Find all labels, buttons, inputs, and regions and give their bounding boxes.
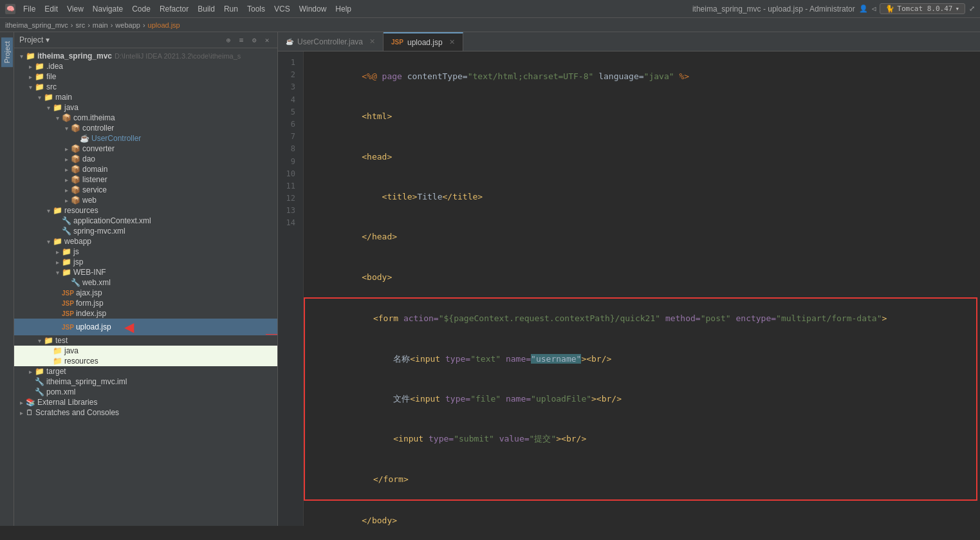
tree-jsp-folder[interactable]: 📁 jsp <box>14 257 277 267</box>
tree-scratches[interactable]: 🗒 Scratches and Consoles <box>14 407 277 418</box>
tree-service[interactable]: 📦 service <box>14 185 277 195</box>
tree-test[interactable]: 📁 test <box>14 335 277 346</box>
line-10: <input type="submit" value="提交"><br/> <box>305 420 976 460</box>
menu-bar-left: 🧠 File Edit View Navigate Code Refactor … <box>5 3 691 15</box>
tree-com-itheima[interactable]: 📦 com.itheima <box>14 113 277 123</box>
tree-java[interactable]: 📁 java <box>14 102 277 113</box>
code-editor[interactable]: 1 2 3 4 5 6 7 8 9 10 11 12 13 14 <%@ pag… <box>278 51 980 526</box>
settings-icon[interactable]: ⚙ <box>249 35 259 45</box>
tomcat-badge[interactable]: 🐈 Tomcat 8.0.47 ▾ <box>880 3 965 14</box>
menu-build[interactable]: Build <box>194 3 219 15</box>
project-tab[interactable]: Project <box>1 37 13 67</box>
root-arrow <box>17 53 26 60</box>
line-5: </head> <box>304 218 980 257</box>
dropdown-arrow[interactable]: ▾ <box>46 35 50 44</box>
tree-js[interactable]: 📁 js <box>14 247 277 257</box>
iml-label: itheima_spring_mvc.iml <box>46 377 127 386</box>
tree-ext-libs[interactable]: 📚 External Libraries <box>14 397 277 407</box>
tree-ajax[interactable]: JSP ajax.jsp <box>14 288 277 298</box>
tree-web[interactable]: 📦 web <box>14 195 277 205</box>
tree-root[interactable]: 📁 itheima_spring_mvc D:\IntelliJ IDEA 20… <box>14 51 277 61</box>
tree-resources[interactable]: 📁 resources <box>14 205 277 216</box>
testres-icon: 📁 <box>53 357 62 366</box>
tree-dao[interactable]: 📦 dao <box>14 154 277 164</box>
tree-converter[interactable]: 📦 converter <box>14 144 277 154</box>
breadcrumb-webapp[interactable]: webapp <box>115 21 140 29</box>
menu-tools[interactable]: Tools <box>243 3 269 15</box>
menu-code[interactable]: Code <box>128 3 154 15</box>
tree-usercontroller[interactable]: ☕ UserController <box>14 133 277 144</box>
tree-target[interactable]: 📁 target <box>14 366 277 377</box>
usercontroller-close-btn[interactable]: ✕ <box>369 37 375 46</box>
sidebar-title: Project ▾ <box>19 35 50 44</box>
breadcrumb-sep3: › <box>111 21 113 29</box>
iml-icon: 🔧 <box>35 377 44 386</box>
tree-main[interactable]: 📁 main <box>14 92 277 102</box>
menu-vcs[interactable]: VCS <box>270 3 294 15</box>
app-icon: 🧠 <box>5 4 15 14</box>
tree-indexjsp[interactable]: JSP index.jsp <box>14 308 277 319</box>
tree-webapp[interactable]: 📁 webapp <box>14 236 277 247</box>
tree-controller[interactable]: 📦 controller <box>14 123 277 133</box>
test-icon: 📁 <box>44 336 53 345</box>
breadcrumb-main[interactable]: main <box>93 21 108 29</box>
tree-file[interactable]: 📁 file <box>14 71 277 82</box>
tree-test-resources[interactable]: 📁 resources <box>14 356 277 366</box>
breadcrumb-file[interactable]: upload.jsp <box>148 21 180 29</box>
breadcrumb-project[interactable]: itheima_spring_mvc <box>5 21 68 29</box>
webinf-arrow <box>53 269 62 276</box>
tree-springmvc[interactable]: 🔧 spring-mvc.xml <box>14 226 277 236</box>
menu-file[interactable]: File <box>19 3 39 15</box>
collapse-icon[interactable]: ≡ <box>236 35 246 45</box>
tree-domain[interactable]: 📦 domain <box>14 164 277 174</box>
uc-icon: ☕ <box>80 134 89 143</box>
tree-pom[interactable]: 🔧 pom.xml <box>14 387 277 397</box>
listener-arrow <box>62 176 71 183</box>
ln-4: 4 <box>281 94 300 106</box>
menu-window[interactable]: Window <box>295 3 331 15</box>
js-label: js <box>73 247 79 256</box>
tab-usercontroller[interactable]: ☕ UserController.java ✕ <box>278 32 384 51</box>
breadcrumb: itheima_spring_mvc › src › main › webapp… <box>5 21 180 29</box>
ln-5: 5 <box>281 106 300 118</box>
controller-icon: 📦 <box>71 124 80 133</box>
jsp-folder-icon: 📁 <box>62 257 71 266</box>
controller-label: controller <box>82 124 114 133</box>
menu-refactor[interactable]: Refactor <box>156 3 192 15</box>
expand-icon[interactable]: ⤢ <box>969 5 975 13</box>
menu-edit[interactable]: Edit <box>41 3 62 15</box>
java-arrow <box>44 104 53 111</box>
tree-src[interactable]: 📁 src <box>14 82 277 92</box>
menu-view[interactable]: View <box>63 3 88 15</box>
file-tree: 📁 itheima_spring_mvc D:\IntelliJ IDEA 20… <box>14 48 277 420</box>
code-content[interactable]: <%@ page contentType="text/html;charset=… <box>304 51 980 526</box>
tree-iml[interactable]: 🔧 itheima_spring_mvc.iml <box>14 377 277 387</box>
tree-uploadjsp[interactable]: JSP upload.jsp ◀ — <box>14 319 277 335</box>
menu-help[interactable]: Help <box>331 3 355 15</box>
close-sidebar-icon[interactable]: ✕ <box>262 35 272 45</box>
tab-upload[interactable]: JSP upload.jsp ✕ <box>384 32 463 51</box>
menu-navigate[interactable]: Navigate <box>89 3 127 15</box>
tree-listener[interactable]: 📦 listener <box>14 174 277 185</box>
nav-back-icon[interactable]: ◁ <box>872 5 876 13</box>
tree-webxml[interactable]: 🔧 web.xml <box>14 277 277 288</box>
webapp-icon: 📁 <box>53 237 62 246</box>
locate-icon[interactable]: ⊕ <box>223 35 234 45</box>
menu-run[interactable]: Run <box>220 3 242 15</box>
tree-appcontext[interactable]: 🔧 applicationContext.xml <box>14 216 277 226</box>
tree-formjsp[interactable]: JSP form.jsp <box>14 298 277 308</box>
line-11: </form> <box>305 460 976 499</box>
dao-icon: 📦 <box>71 154 80 163</box>
line-3: <head> <box>304 137 980 177</box>
menu-bar-right: itheima_spring_mvc - upload.jsp - Admini… <box>692 3 975 14</box>
tree-test-java[interactable]: 📁 java <box>14 346 277 356</box>
file-arrow <box>26 73 35 80</box>
upload-close-btn[interactable]: ✕ <box>449 38 455 46</box>
tree-idea[interactable]: 📁 .idea <box>14 61 277 71</box>
highlighted-region: <form action="${pageContext.request.cont… <box>304 297 977 501</box>
domain-icon: 📦 <box>71 165 80 174</box>
tree-webinf[interactable]: 📁 WEB-INF <box>14 267 277 277</box>
project-tree-panel: Project ▾ ⊕ ≡ ⚙ ✕ 📁 itheima_spring_mvc D… <box>14 32 278 526</box>
breadcrumb-src[interactable]: src <box>76 21 86 29</box>
springmvc-icon: 🔧 <box>62 227 71 236</box>
